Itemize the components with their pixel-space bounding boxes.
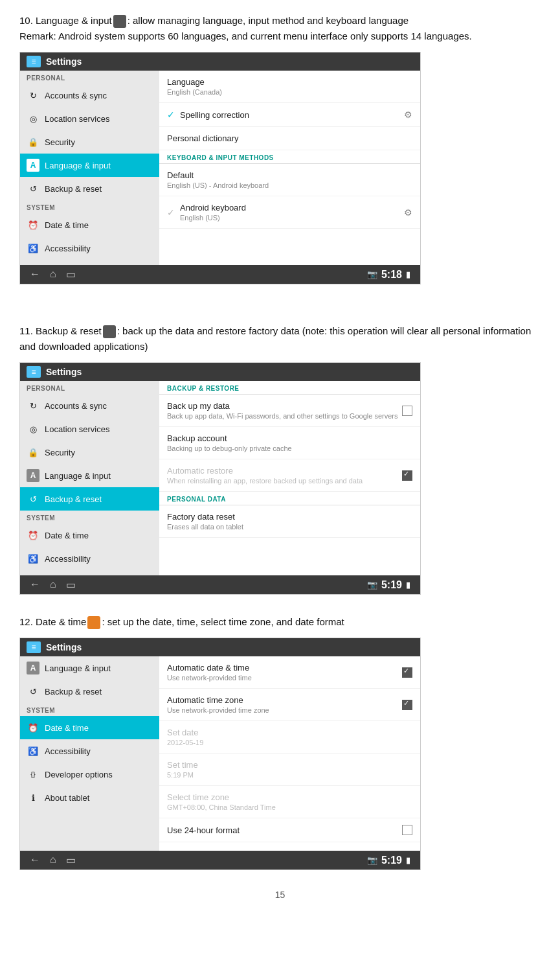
language-icon-1: A xyxy=(27,159,39,172)
sidebar-item-backup-2[interactable]: ↺ Backup & reset xyxy=(20,487,159,511)
content-item-auto-date[interactable]: Automatic date & time Use network-provid… xyxy=(159,656,420,689)
time-display-2: 5:19 xyxy=(381,579,402,591)
content-section-backup: BACKUP & RESTORE xyxy=(159,381,420,395)
content-item-auto-timezone[interactable]: Automatic time zone Use network-provided… xyxy=(159,689,420,721)
checkbox-24hour[interactable] xyxy=(402,825,412,835)
sidebar-section-system-2: SYSTEM xyxy=(20,511,159,524)
recent-button-2[interactable]: ▭ xyxy=(66,579,76,591)
bottombar-3: ← ⌂ ▭ 📷 5:19 ▮ xyxy=(20,851,420,870)
sidebar-item-accessibility-3[interactable]: ♿ Accessibility xyxy=(20,739,159,763)
settings-logo-icon: ≡ xyxy=(31,57,36,66)
developer-icon-3: {} xyxy=(27,768,39,781)
sidebar-item-language-2[interactable]: A Language & input xyxy=(20,464,159,487)
sidebar-item-security-2[interactable]: 🔒 Security xyxy=(20,441,159,464)
content-item-factory-reset[interactable]: Factory data reset Erases all data on ta… xyxy=(159,505,420,538)
home-button-1[interactable]: ⌂ xyxy=(50,268,56,281)
sync-icon-2: ↻ xyxy=(27,399,39,412)
clock-icon-3: ⏰ xyxy=(27,721,39,734)
screenshot-2: ≡ Settings PERSONAL ↻ Accounts & sync ◎ … xyxy=(19,362,421,595)
screenshot-3: ≡ Settings A Language & input ↺ Backup &… xyxy=(19,638,421,870)
sidebar-item-developer-3[interactable]: {} Developer options xyxy=(20,763,159,786)
content-item-spelling[interactable]: ✓ Spelling correction ⚙ xyxy=(159,103,420,127)
sidebar-item-location-1[interactable]: ◎ Location services xyxy=(20,107,159,130)
back-button-3[interactable]: ← xyxy=(30,854,40,866)
battery-icon-2: ▮ xyxy=(406,580,410,590)
security-icon-1: 🔒 xyxy=(27,135,39,148)
screenshot-1: ≡ Settings PERSONAL ↻ Accounts & sync ◎ … xyxy=(19,52,421,284)
sidebar-item-datetime-1[interactable]: ⏰ Date & time xyxy=(20,213,159,236)
checkbox-auto-date[interactable] xyxy=(402,667,412,678)
content-item-set-date: Set date 2012-05-19 xyxy=(159,721,420,754)
back-button-2[interactable]: ← xyxy=(30,579,40,591)
sidebar-item-backup-3[interactable]: ↺ Backup & reset xyxy=(20,680,159,703)
accessibility-icon-2: ♿ xyxy=(27,552,39,565)
backup-icon-2: ↺ xyxy=(27,492,39,505)
sidebar-item-about-3[interactable]: ℹ About tablet xyxy=(20,786,159,809)
section-description-12: : set up the date, time, select time zon… xyxy=(102,616,344,627)
content-item-backup-data[interactable]: Back up my data Back up app data, Wi-Fi … xyxy=(159,395,420,427)
about-icon-3: ℹ xyxy=(27,791,39,804)
recent-button-3[interactable]: ▭ xyxy=(66,854,76,866)
content-item-default[interactable]: Default English (US) - Android keyboard xyxy=(159,164,420,196)
content-item-24hour[interactable]: Use 24-hour format xyxy=(159,818,420,842)
sidebar-item-backup-1[interactable]: ↺ Backup & reset xyxy=(20,177,159,200)
sidebar-item-security-1[interactable]: 🔒 Security xyxy=(20,130,159,154)
language-icon-3: A xyxy=(27,662,39,674)
checkbox-auto-timezone[interactable] xyxy=(402,700,412,710)
topbar-1: ≡ Settings xyxy=(20,52,420,71)
home-button-3[interactable]: ⌂ xyxy=(50,854,56,866)
camera-icon-2: 📷 xyxy=(367,580,377,590)
section-number: 10 xyxy=(19,15,30,26)
content-item-backup-account[interactable]: Backup account Backing up to debug-only … xyxy=(159,427,420,459)
sidebar-item-accounts-2[interactable]: ↻ Accounts & sync xyxy=(20,394,159,417)
sidebar-section-personal-1: PERSONAL xyxy=(20,71,159,84)
tune-keyboard-icon[interactable]: ⚙ xyxy=(404,207,412,218)
camera-icon-1: 📷 xyxy=(367,270,377,279)
tune-spelling-icon[interactable]: ⚙ xyxy=(404,109,412,120)
sidebar-item-language-3[interactable]: A Language & input xyxy=(20,656,159,680)
section-label: Language & input xyxy=(36,15,112,26)
checkbox-backup-data[interactable] xyxy=(402,406,412,416)
sidebar-item-accessibility-2[interactable]: ♿ Accessibility xyxy=(20,547,159,570)
sidebar-1: PERSONAL ↻ Accounts & sync ◎ Location se… xyxy=(20,71,159,265)
sidebar-section-system-3: SYSTEM xyxy=(20,703,159,716)
section-description: : allow managing language, input method … xyxy=(128,15,409,26)
content-section-keyboard: KEYBOARD & INPUT METHODS xyxy=(159,150,420,164)
sidebar-item-datetime-2[interactable]: ⏰ Date & time xyxy=(20,524,159,547)
backup-reset-icon xyxy=(103,325,116,338)
section-label-11: Backup & reset xyxy=(36,325,102,336)
time-display-1: 5:18 xyxy=(381,269,402,281)
check-spelling-icon: ✓ xyxy=(167,109,175,120)
date-time-icon xyxy=(87,616,100,629)
content-item-language: Language English (Canada) xyxy=(159,71,420,103)
topbar-2: ≡ Settings xyxy=(20,363,420,381)
bottombar-1: ← ⌂ ▭ 📷 5:18 ▮ xyxy=(20,265,420,284)
clock-icon-2: ⏰ xyxy=(27,529,39,542)
backup-icon-1: ↺ xyxy=(27,182,39,195)
checkbox-auto-restore[interactable] xyxy=(402,470,412,481)
settings-body-1: PERSONAL ↻ Accounts & sync ◎ Location se… xyxy=(20,71,420,265)
sidebar-item-location-2[interactable]: ◎ Location services xyxy=(20,417,159,441)
sidebar-item-accessibility-1[interactable]: ♿ Accessibility xyxy=(20,236,159,260)
content-item-dictionary[interactable]: Personal dictionary xyxy=(159,127,420,150)
bottombar-2: ← ⌂ ▭ 📷 5:19 ▮ xyxy=(20,575,420,594)
sync-icon-1: ↻ xyxy=(27,89,39,102)
section-11-text: 11. Backup & reset: back up the data and… xyxy=(19,323,541,354)
accessibility-icon-3: ♿ xyxy=(27,744,39,757)
language-icon-2: A xyxy=(27,469,39,482)
location-icon-2: ◎ xyxy=(27,422,39,435)
back-button-1[interactable]: ← xyxy=(30,268,40,281)
content-area-1: Language English (Canada) ✓ Spelling cor… xyxy=(159,71,420,265)
battery-icon-3: ▮ xyxy=(406,855,410,865)
section-label-12: Date & time xyxy=(36,616,86,627)
sidebar-item-accounts-1[interactable]: ↻ Accounts & sync xyxy=(20,84,159,107)
recent-button-1[interactable]: ▭ xyxy=(66,268,76,281)
battery-icon-1: ▮ xyxy=(406,270,410,279)
sidebar-item-language-1[interactable]: A Language & input xyxy=(20,154,159,177)
section-10-text: 10. Language & input: allow managing lan… xyxy=(19,13,541,44)
content-item-android-keyboard[interactable]: ✓ Android keyboard English (US) ⚙ xyxy=(159,196,420,229)
content-item-auto-restore[interactable]: Automatic restore When reinstalling an a… xyxy=(159,459,420,492)
content-item-set-time: Set time 5:19 PM xyxy=(159,754,420,786)
home-button-2[interactable]: ⌂ xyxy=(50,579,56,591)
sidebar-item-datetime-3[interactable]: ⏰ Date & time xyxy=(20,716,159,739)
